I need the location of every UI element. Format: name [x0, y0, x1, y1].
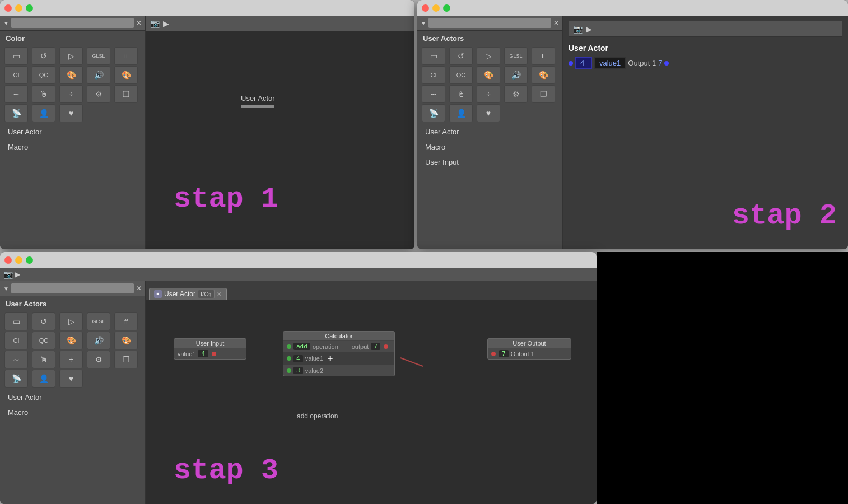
minimize-button-1[interactable] — [15, 4, 22, 12]
icon-gear-2[interactable]: ⚙ — [504, 85, 528, 103]
sidebar-2: ▼ ✕ User Actors ▭ ↺ ▷ GLSL ff CI QC 🎨 🔊 … — [417, 16, 563, 249]
icon-copy-3[interactable]: ❐ — [114, 351, 138, 368]
sidebar-search-3[interactable] — [11, 283, 134, 293]
icon-antenna-3[interactable]: 📡 — [4, 370, 28, 388]
play-icon-2[interactable]: ▶ — [586, 25, 592, 34]
icon-glsl[interactable]: GLSL — [87, 47, 110, 65]
icon-antenna[interactable]: 📡 — [4, 104, 28, 122]
minimize-button-2[interactable] — [432, 4, 440, 12]
sidebar-item-useractor-3[interactable]: User Actor — [0, 390, 145, 405]
stap-text-3: stap 3 — [174, 454, 278, 487]
close-button-1[interactable] — [4, 4, 12, 12]
icon-divide-2[interactable]: ÷ — [477, 85, 500, 103]
icon-copy[interactable]: ❐ — [114, 85, 138, 103]
icon-ff-3[interactable]: ff — [114, 312, 138, 330]
icon-copy-2[interactable]: ❐ — [532, 85, 555, 103]
w3-body: ▼ ✕ User Actors ▭ ↺ ▷ GLSL ff CI QC 🎨 🔊 … — [0, 281, 597, 504]
icon-speaker-2[interactable]: 🔊 — [504, 66, 528, 84]
sidebar-item-macro-1[interactable]: Macro — [0, 139, 145, 155]
node-calculator[interactable]: Calculator add operation output 7 — [283, 331, 395, 376]
icon-divide[interactable]: ÷ — [59, 85, 83, 103]
icon-arrow-2[interactable]: ▷ — [477, 47, 500, 65]
icon-loop-3[interactable]: ↺ — [32, 312, 55, 330]
sidebar-item-useractor-1[interactable]: User Actor — [0, 124, 145, 139]
icon-arrow-3[interactable]: ▷ — [59, 312, 83, 330]
icon-wave-2[interactable]: ∼ — [422, 85, 445, 103]
icon-palette2-3[interactable]: 🎨 — [114, 332, 138, 349]
sidebar-item-macro-2[interactable]: Macro — [417, 139, 562, 155]
icon-wave[interactable]: ∼ — [4, 85, 28, 103]
icon-person[interactable]: 👤 — [32, 104, 55, 122]
icon-loop-2[interactable]: ↺ — [449, 47, 473, 65]
node-user-output[interactable]: User Output 7 Output 1 — [487, 338, 571, 360]
tab-close-3[interactable]: ✕ — [217, 291, 222, 298]
icon-qc[interactable]: QC — [32, 66, 55, 84]
icon-ci-3[interactable]: CI — [4, 332, 28, 349]
icon-antenna-2[interactable]: 📡 — [422, 104, 445, 122]
icon-heart[interactable]: ♥ — [59, 104, 83, 122]
sidebar-item-macro-3[interactable]: Macro — [0, 405, 145, 420]
node-calc-add-val: add — [293, 343, 310, 350]
icon-gear[interactable]: ⚙ — [87, 85, 110, 103]
maximize-button-2[interactable] — [443, 4, 450, 12]
minimize-button-3[interactable] — [15, 256, 22, 264]
tab-useractor-3[interactable]: ■ User Actor I/O↕ ✕ — [149, 288, 227, 300]
icon-ci[interactable]: CI — [4, 66, 28, 84]
icon-palette-2[interactable]: 🎨 — [477, 66, 500, 84]
icon-palette2[interactable]: 🎨 — [114, 66, 138, 84]
close-icon-3[interactable]: ✕ — [136, 284, 142, 292]
icon-speaker-3[interactable]: 🔊 — [87, 332, 110, 349]
close-button-2[interactable] — [422, 4, 429, 12]
tab-io-3[interactable]: I/O↕ — [198, 290, 215, 298]
icon-qc-3[interactable]: QC — [32, 332, 55, 349]
play-icon-1[interactable]: ▶ — [163, 19, 169, 28]
sidebar-item-userinput-2[interactable]: User Input — [417, 155, 562, 170]
ua-value[interactable]: 4 — [575, 57, 592, 69]
sidebar-item-useractor-2[interactable]: User Actor — [417, 124, 562, 139]
icon-ff-2[interactable]: ff — [532, 47, 555, 65]
sidebar-search-1[interactable] — [11, 18, 134, 28]
icon-mouse-2[interactable]: 🖱 — [449, 85, 473, 103]
ua-left-dot — [569, 61, 573, 66]
icon-qc-2[interactable]: QC — [449, 66, 473, 84]
camera-icon-1: 📷 — [150, 19, 160, 28]
icon-divide-3[interactable]: ÷ — [59, 351, 83, 368]
node-user-input[interactable]: User Input value1 4 — [174, 338, 246, 360]
icon-heart-2[interactable]: ♥ — [477, 104, 500, 122]
play-icon-3[interactable]: ▶ — [15, 270, 20, 278]
icon-mouse-3[interactable]: 🖱 — [32, 351, 55, 368]
icon-rect[interactable]: ▭ — [4, 47, 28, 65]
maximize-button-3[interactable] — [26, 256, 33, 264]
sidebar-search-2[interactable] — [428, 18, 551, 28]
close-icon-1[interactable]: ✕ — [136, 19, 142, 27]
icon-palette2-2[interactable]: 🎨 — [532, 66, 555, 84]
icon-wave-3[interactable]: ∼ — [4, 351, 28, 368]
close-button-3[interactable] — [4, 256, 12, 264]
icon-rect-2[interactable]: ▭ — [422, 47, 445, 65]
triangle-icon-1: ▼ — [3, 20, 9, 26]
icon-grid-2: ▭ ↺ ▷ GLSL ff CI QC 🎨 🔊 🎨 ∼ 🖱 ÷ ⚙ ❐ 📡 👤 … — [417, 45, 562, 124]
panel-container-3: 📷 ▶ ▼ ✕ User Actors ▭ ↺ ▷ GLSL ff CI — [0, 268, 597, 504]
close-icon-2[interactable]: ✕ — [553, 19, 559, 27]
icon-ff[interactable]: ff — [114, 47, 138, 65]
icon-heart-3[interactable]: ♥ — [59, 370, 83, 388]
icon-loop[interactable]: ↺ — [32, 47, 55, 65]
icon-mouse[interactable]: 🖱 — [32, 85, 55, 103]
node-ui-value: 4 — [198, 350, 208, 357]
node-calc-op-label: operation — [313, 343, 338, 350]
icon-person-3[interactable]: 👤 — [32, 370, 55, 388]
window3: 📷 ▶ ▼ ✕ User Actors ▭ ↺ ▷ GLSL ff CI — [0, 252, 597, 504]
icon-glsl-2[interactable]: GLSL — [504, 47, 528, 65]
icon-person-2[interactable]: 👤 — [449, 104, 473, 122]
icon-rect-3[interactable]: ▭ — [4, 312, 28, 330]
icon-gear-3[interactable]: ⚙ — [87, 351, 110, 368]
icon-glsl-3[interactable]: GLSL — [87, 312, 110, 330]
icon-ci-2[interactable]: CI — [422, 66, 445, 84]
icon-speaker[interactable]: 🔊 — [87, 66, 110, 84]
icon-palette-3[interactable]: 🎨 — [59, 332, 83, 349]
icon-palette[interactable]: 🎨 — [59, 66, 83, 84]
icon-arrow[interactable]: ▷ — [59, 47, 83, 65]
canvas-toolbar-2: 📷 ▶ — [569, 21, 842, 37]
actor-node-1[interactable]: User Actor — [241, 94, 275, 108]
maximize-button-1[interactable] — [26, 4, 33, 12]
